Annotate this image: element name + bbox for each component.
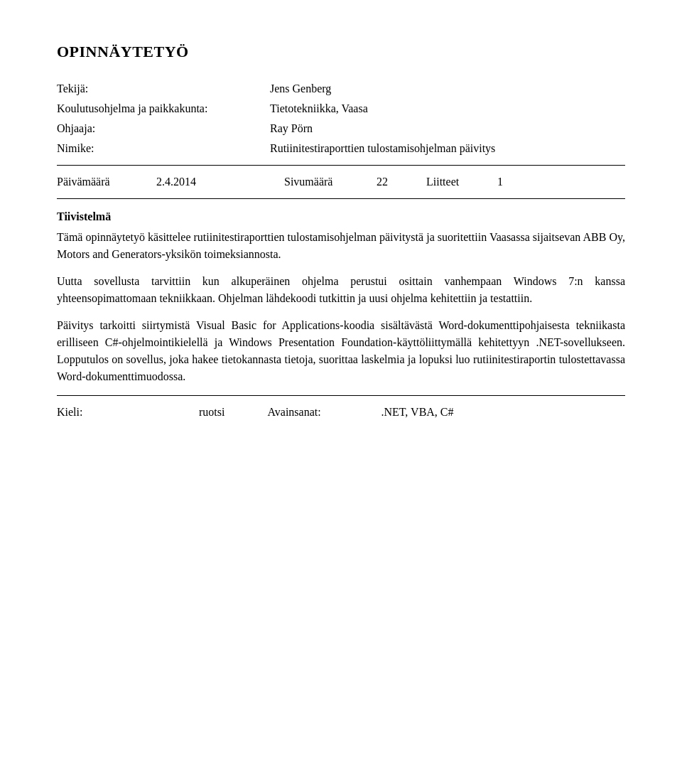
summary-paragraph-3: Päivitys tarkoitti siirtymistä Visual Ba… [57, 317, 625, 385]
program-row: Koulutusohjelma ja paikkakunta: Tietotek… [57, 102, 625, 115]
author-value: Jens Genberg [270, 82, 331, 95]
summary-paragraph-2: Uutta sovellusta tarvittiin kun alkuperä… [57, 273, 625, 307]
title-row: Nimike: Rutiinitestiraporttien tulostami… [57, 142, 625, 155]
author-row: Tekijä: Jens Genberg [57, 82, 625, 95]
keywords-value: .NET, VBA, C# [381, 406, 453, 419]
date-label: Päivämäärä [57, 176, 156, 188]
pages-col: Sivumäärä 22 [284, 176, 426, 188]
summary-paragraph-1: Tämä opinnäytetyö käsittelee rutiinitest… [57, 229, 625, 263]
supervisor-label: Ohjaaja: [57, 122, 270, 135]
keywords-label: Avainsanat: [267, 406, 381, 419]
appendix-col: Liitteet 1 [426, 176, 503, 188]
date-pages-row: Päivämäärä 2.4.2014 Sivumäärä 22 Liittee… [57, 176, 625, 188]
divider-3 [57, 395, 625, 396]
appendix-label: Liitteet [426, 176, 497, 188]
title-label: Nimike: [57, 142, 270, 155]
page-title: OPINNÄYTETYÖ [57, 43, 625, 61]
footer-row: Kieli: ruotsi Avainsanat: .NET, VBA, C# [57, 406, 625, 419]
supervisor-value: Ray Pörn [270, 122, 313, 135]
appendix-value: 1 [497, 176, 503, 188]
date-col: Päivämäärä 2.4.2014 [57, 176, 284, 188]
pages-label: Sivumäärä [284, 176, 377, 188]
supervisor-row: Ohjaaja: Ray Pörn [57, 122, 625, 135]
program-value: Tietotekniikka, Vaasa [270, 102, 368, 115]
date-value: 2.4.2014 [156, 176, 196, 188]
author-label: Tekijä: [57, 82, 270, 95]
divider-2 [57, 198, 625, 199]
divider-1 [57, 165, 625, 166]
title-value: Rutiinitestiraporttien tulostamisohjelma… [270, 142, 495, 155]
pages-value: 22 [377, 176, 388, 188]
summary-heading: Tiivistelmä [57, 210, 625, 223]
language-label: Kieli: [57, 406, 199, 419]
language-value: ruotsi [199, 406, 224, 419]
program-label: Koulutusohjelma ja paikkakunta: [57, 102, 270, 115]
